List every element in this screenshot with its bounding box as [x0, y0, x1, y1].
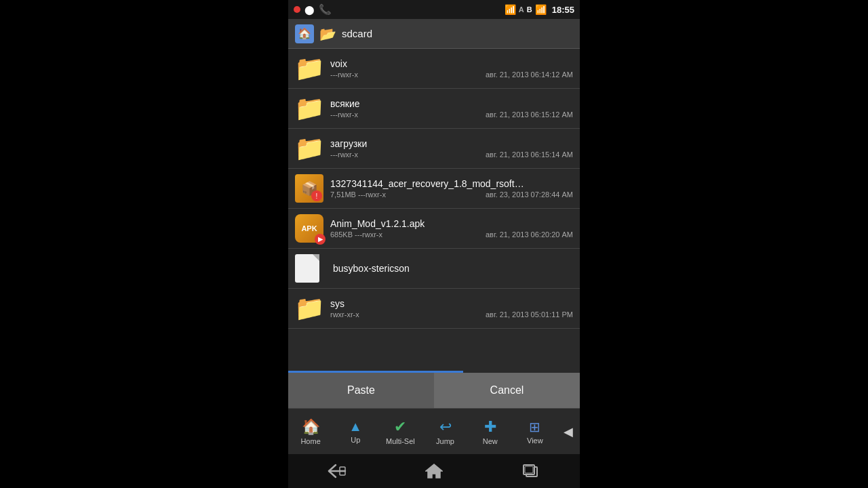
- signal-b: B: [527, 5, 532, 14]
- file-item-voix[interactable]: 📁 voix ---rwxr-x авг. 21, 2013 06:14:12 …: [288, 49, 580, 89]
- file-item-recovery[interactable]: 📦 ! 1327341144_acer_recovery_1.8_mod_rso…: [288, 169, 580, 209]
- status-icon-dot: ⬤: [304, 5, 315, 15]
- toolbar-multisel[interactable]: ✔ Multi-Sel: [378, 415, 422, 448]
- breadcrumb-bar: 🏠 📂 sdcard: [288, 19, 580, 49]
- status-icon-phone: 📞: [319, 3, 332, 16]
- toolbar-new[interactable]: ✚ New: [468, 415, 513, 448]
- file-manager: 🏠 📂 sdcard 📁 voix ---rwxr-x авг. 21, 201…: [288, 19, 580, 454]
- wifi-icon: 📶: [505, 4, 516, 15]
- file-item-apk[interactable]: APK ▶ Anim_Mod_v1.2.1.apk 685KB ---rwxr-…: [288, 209, 580, 249]
- status-left: ⬤ 📞: [294, 3, 332, 16]
- file-date-downloads: авг. 21, 2013 06:15:14 AM: [486, 150, 573, 159]
- folder-icon-voix: 📁: [295, 54, 323, 83]
- home-toolbar-icon: 🏠: [302, 418, 320, 436]
- nav-back-button[interactable]: [322, 456, 352, 486]
- file-name-apk: Anim_Mod_v1.2.1.apk: [330, 218, 527, 229]
- file-icon-busybox: [295, 254, 319, 283]
- file-perms-sys: rwxr-xr-x: [330, 310, 359, 319]
- file-item-vsyakie[interactable]: 📁 всякие ---rwxr-x авг. 21, 2013 06:15:1…: [288, 89, 580, 129]
- more-toolbar-icon: ◀: [564, 424, 573, 439]
- record-dot: [294, 6, 300, 13]
- file-meta-voix: ---rwxr-x авг. 21, 2013 06:14:12 AM: [330, 70, 573, 79]
- signal-bars: 📶: [535, 4, 547, 15]
- folder-icon-vsyakie: 📁: [295, 94, 323, 123]
- toolbar-home-label: Home: [300, 437, 320, 445]
- file-name-busybox: busybox-stericson: [333, 263, 530, 274]
- file-meta-recovery: 7,51MB ---rwxr-x авг. 23, 2013 07:28:44 …: [330, 190, 573, 199]
- file-perms-voix: ---rwxr-x: [330, 70, 358, 79]
- toolbar-view[interactable]: ⊞ View: [513, 416, 557, 447]
- toolbar-jump[interactable]: ↩ Jump: [422, 415, 467, 448]
- recent-nav-icon: [523, 464, 539, 478]
- home-breadcrumb-icon[interactable]: 🏠: [295, 24, 314, 43]
- recovery-file-icon: 📦 !: [295, 174, 323, 203]
- back-nav-icon: [328, 464, 347, 479]
- file-info-downloads: загрузки ---rwxr-x авг. 21, 2013 06:15:1…: [330, 138, 573, 159]
- toolbar-up-label: Up: [351, 436, 360, 444]
- file-item-sys[interactable]: 📁 sys rwxr-xr-x авг. 21, 2013 05:01:11 P…: [288, 289, 580, 329]
- file-meta-vsyakie: ---rwxr-x авг. 21, 2013 06:15:12 AM: [330, 110, 573, 119]
- toolbar-new-label: New: [483, 437, 498, 445]
- toolbar-more[interactable]: ◀: [557, 422, 580, 442]
- file-date-recovery: авг. 23, 2013 07:28:44 AM: [486, 190, 573, 199]
- folder-breadcrumb-icon: 📂: [319, 26, 336, 42]
- view-toolbar-icon: ⊞: [529, 419, 540, 435]
- breadcrumb-path: sdcard: [342, 28, 372, 39]
- jump-toolbar-icon: ↩: [439, 418, 452, 436]
- file-info-sys: sys rwxr-xr-x авг. 21, 2013 05:01:11 PM: [330, 298, 573, 319]
- toolbar-multisel-label: Multi-Sel: [386, 437, 415, 445]
- file-info-voix: voix ---rwxr-x авг. 21, 2013 06:14:12 AM: [330, 58, 573, 79]
- toolbar-home[interactable]: 🏠 Home: [288, 415, 333, 448]
- file-info-busybox: busybox-stericson: [333, 263, 573, 274]
- file-perms-vsyakie: ---rwxr-x: [330, 110, 358, 119]
- home-nav-icon: [425, 463, 443, 479]
- file-name-voix: voix: [330, 58, 527, 69]
- phone-frame: ⬤ 📞 📶 A B 📶 18:55 🏠 📂 sdcard 📁 voix: [288, 0, 580, 488]
- time-display: 18:55: [552, 5, 574, 15]
- file-info-vsyakie: всякие ---rwxr-x авг. 21, 2013 06:15:12 …: [330, 98, 573, 119]
- navigation-bar: [288, 454, 580, 488]
- file-name-recovery: 1327341144_acer_recovery_1.8_mod_rsoft_t…: [330, 178, 527, 189]
- file-name-downloads: загрузки: [330, 138, 527, 149]
- multisel-toolbar-icon: ✔: [394, 418, 406, 436]
- file-info-apk: Anim_Mod_v1.2.1.apk 685KB ---rwxr-x авг.…: [330, 218, 573, 239]
- file-date-apk: авг. 21, 2013 06:20:20 AM: [486, 230, 573, 239]
- status-right: 📶 A B 📶 18:55: [505, 4, 574, 15]
- file-name-vsyakie: всякие: [330, 98, 527, 109]
- file-date-vsyakie: авг. 21, 2013 06:15:12 AM: [486, 110, 573, 119]
- svg-marker-1: [426, 464, 442, 478]
- folder-icon-downloads: 📁: [295, 134, 323, 163]
- file-meta-apk: 685KB ---rwxr-x авг. 21, 2013 06:20:20 A…: [330, 230, 573, 239]
- file-list[interactable]: 📁 voix ---rwxr-x авг. 21, 2013 06:14:12 …: [288, 49, 580, 371]
- toolbar-up[interactable]: ▲ Up: [333, 416, 378, 447]
- file-perms-apk: 685KB ---rwxr-x: [330, 230, 382, 239]
- recovery-badge: !: [311, 190, 322, 201]
- signal-a: A: [519, 5, 524, 14]
- new-toolbar-icon: ✚: [484, 418, 496, 436]
- bottom-toolbar: 🏠 Home ▲ Up ✔ Multi-Sel ↩ Jump ✚ New ⊞: [288, 408, 580, 454]
- toolbar-view-label: View: [527, 436, 543, 445]
- status-bar: ⬤ 📞 📶 A B 📶 18:55: [288, 0, 580, 19]
- file-meta-downloads: ---rwxr-x авг. 21, 2013 06:15:14 AM: [330, 150, 573, 159]
- action-buttons: Paste Cancel: [288, 373, 580, 408]
- up-toolbar-icon: ▲: [349, 419, 362, 434]
- nav-home-button[interactable]: [419, 456, 449, 486]
- folder-icon-sys: 📁: [295, 294, 323, 323]
- file-perms-downloads: ---rwxr-x: [330, 150, 358, 159]
- file-item-busybox[interactable]: busybox-stericson: [288, 249, 580, 289]
- apk-badge: ▶: [315, 234, 326, 245]
- file-perms-recovery: 7,51MB ---rwxr-x: [330, 190, 386, 199]
- file-info-recovery: 1327341144_acer_recovery_1.8_mod_rsoft_t…: [330, 178, 573, 199]
- file-meta-sys: rwxr-xr-x авг. 21, 2013 05:01:11 PM: [330, 310, 573, 319]
- file-name-sys: sys: [330, 298, 527, 309]
- file-date-voix: авг. 21, 2013 06:14:12 AM: [486, 70, 573, 79]
- paste-button[interactable]: Paste: [288, 373, 434, 408]
- nav-recent-button[interactable]: [516, 456, 546, 486]
- file-item-downloads[interactable]: 📁 загрузки ---rwxr-x авг. 21, 2013 06:15…: [288, 129, 580, 169]
- file-date-sys: авг. 21, 2013 05:01:11 PM: [486, 310, 573, 319]
- toolbar-jump-label: Jump: [436, 437, 454, 445]
- apk-file-icon: APK ▶: [295, 214, 323, 243]
- cancel-button[interactable]: Cancel: [434, 373, 580, 408]
